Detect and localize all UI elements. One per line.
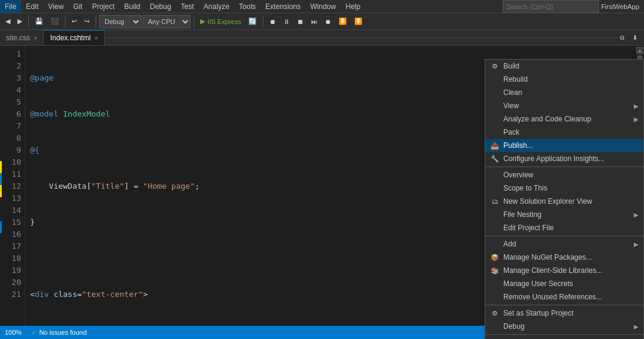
menu-project[interactable]: Project xyxy=(87,0,119,13)
ctx-remove-unused-label: Remove Unused References... xyxy=(503,293,602,301)
toolbar-btn4[interactable]: ⏭ xyxy=(308,16,320,27)
context-menu: ⚙ Build Rebuild Clean View xyxy=(485,59,644,339)
app-name-label: FirstWebApp xyxy=(601,3,639,10)
overview-icon xyxy=(490,170,500,180)
search-input[interactable] xyxy=(503,0,599,13)
ctx-secrets-label: Manage User Secrets xyxy=(503,279,573,288)
toolbar-fwd[interactable]: ▶ xyxy=(14,16,25,27)
solution-explorer-icon: 🗂 xyxy=(490,197,500,206)
menu-window[interactable]: Window xyxy=(305,0,341,13)
sep4 xyxy=(485,334,643,335)
ctx-remove-unused[interactable]: Remove Unused References... xyxy=(485,290,643,304)
menu-git[interactable]: Git xyxy=(69,0,87,13)
status-issues-label: No issues found xyxy=(39,329,87,336)
ctx-edit-project[interactable]: Edit Project File xyxy=(485,221,643,234)
refresh-btn[interactable]: 🔄 xyxy=(245,16,260,27)
toolbar-btn6[interactable]: ⏬ xyxy=(336,16,350,27)
build-icon: ⚙ xyxy=(490,61,500,71)
menu-tools[interactable]: Tools xyxy=(234,0,260,13)
menu-help[interactable]: Help xyxy=(341,0,366,13)
ctx-analyze[interactable]: Analyze and Code Cleanup ▶ xyxy=(485,112,643,126)
rebuild-icon xyxy=(490,75,500,84)
tab-site-css-close[interactable]: × xyxy=(34,34,37,41)
publish-icon: 📤 xyxy=(490,141,500,150)
close-all-btn[interactable]: ⬇ xyxy=(630,32,640,43)
scope-icon xyxy=(490,183,500,193)
menu-file[interactable]: File xyxy=(0,0,21,13)
toolbar-btn5[interactable]: ⏺ xyxy=(322,16,334,27)
ctx-build[interactable]: ⚙ Build xyxy=(485,60,643,73)
ctx-add[interactable]: Add ▶ xyxy=(485,237,643,251)
ctx-manage-secrets[interactable]: Manage User Secrets xyxy=(485,277,643,290)
toolbar-redo[interactable]: ↪ xyxy=(81,16,93,27)
ctx-manage-nuget[interactable]: 📦 Manage NuGet Packages... xyxy=(485,251,643,264)
left-indicator-8 xyxy=(0,173,2,185)
ctx-new-solution-explorer[interactable]: 🗂 New Solution Explorer View xyxy=(485,195,643,208)
toolbar-btn3[interactable]: ⏹ xyxy=(294,16,307,27)
toolbar-undo[interactable]: ↩ xyxy=(69,16,80,27)
nesting-icon xyxy=(490,210,500,219)
sep3 xyxy=(485,305,643,305)
ctx-rebuild-label: Rebuild xyxy=(503,75,528,84)
ctx-scope[interactable]: Scope to This xyxy=(485,182,643,195)
tab-bar: site.css × Index.cshtml × ⧉ ⬇ xyxy=(0,30,644,46)
ctx-view[interactable]: View ▶ xyxy=(485,99,643,112)
toolbar-back[interactable]: ◀ xyxy=(2,16,13,27)
tab-index-cshtml-label: Index.cshtml xyxy=(50,34,90,42)
nuget-icon: 📦 xyxy=(490,252,500,262)
split-view-btn[interactable]: ⧉ xyxy=(617,32,627,43)
toolbar-btn2[interactable]: ⏸ xyxy=(280,16,293,27)
menu-extensions[interactable]: Extensions xyxy=(260,0,305,13)
toolbar-save[interactable]: 💾 xyxy=(32,16,46,27)
menu-view[interactable]: View xyxy=(43,0,69,13)
ctx-set-startup[interactable]: ⚙ Set as Startup Project xyxy=(485,307,643,320)
sep1 xyxy=(28,16,29,28)
ctx-overview[interactable]: Overview xyxy=(485,168,643,182)
ctx-configure-insights[interactable]: 🔧 Configure Application Insights... xyxy=(485,152,643,165)
clean-icon xyxy=(490,88,500,97)
run-button[interactable]: ▶ IIS Express xyxy=(197,16,244,27)
sep2 xyxy=(65,16,66,28)
menu-build[interactable]: Build xyxy=(120,0,146,13)
tab-site-css[interactable]: site.css × xyxy=(0,30,44,45)
ctx-debug-label: Debug xyxy=(503,322,524,331)
menu-test[interactable]: Test xyxy=(176,0,199,13)
left-indicator-12 xyxy=(0,185,2,197)
platform-select[interactable]: Any CPU xyxy=(143,15,191,28)
tab-index-cshtml-close[interactable]: × xyxy=(94,34,98,41)
sep1 xyxy=(485,166,643,167)
ctx-pack[interactable]: Pack xyxy=(485,126,643,139)
ctx-nesting-label: File Nesting xyxy=(503,210,541,219)
tab-index-cshtml[interactable]: Index.cshtml × xyxy=(44,30,105,45)
ctx-view-label: View xyxy=(503,102,519,110)
menu-analyze[interactable]: Analyze xyxy=(199,0,235,13)
ctx-clean-label: Clean xyxy=(503,88,522,97)
ctx-cut[interactable]: ✂ Cut Ctrl+X xyxy=(485,336,643,339)
add-arrow: ▶ xyxy=(634,241,639,248)
ctx-overview-label: Overview xyxy=(503,171,533,179)
sep3 xyxy=(96,16,96,28)
nesting-arrow: ▶ xyxy=(634,212,639,218)
tab-site-css-label: site.css xyxy=(6,34,30,42)
toolbar-save-all[interactable]: ⬛ xyxy=(48,16,62,27)
toolbar-btn1[interactable]: ⏺ xyxy=(266,16,279,27)
ctx-manage-client[interactable]: 📚 Manage Client-Side Libraries... xyxy=(485,264,643,277)
scroll-up-btn[interactable]: ▲ xyxy=(636,47,643,54)
ctx-rebuild[interactable]: Rebuild xyxy=(485,73,643,86)
ctx-debug[interactable]: Debug ▶ xyxy=(485,320,643,333)
menu-debug[interactable]: Debug xyxy=(145,0,176,13)
ctx-insights-label: Configure Application Insights... xyxy=(503,154,604,163)
menu-edit[interactable]: Edit xyxy=(21,0,43,13)
status-zoom: 100% xyxy=(5,329,22,336)
analyze-icon xyxy=(490,114,500,124)
left-indicator-7 xyxy=(0,161,2,173)
pack-icon xyxy=(490,127,500,137)
ctx-publish[interactable]: 📤 Publish... xyxy=(485,139,643,152)
status-ok-icon: ✓ xyxy=(31,329,37,337)
analyze-arrow: ▶ xyxy=(634,116,639,123)
ctx-clean[interactable]: Clean xyxy=(485,86,643,99)
debug-config-select[interactable]: Debug xyxy=(99,15,141,28)
toolbar-btn7[interactable]: ⏬ xyxy=(351,16,366,27)
line-numbers: 1 2 3 4 5 6 7 8 9 10 11 12 13 14 15 16 1… xyxy=(0,46,25,326)
ctx-file-nesting[interactable]: File Nesting ▶ xyxy=(485,208,643,221)
